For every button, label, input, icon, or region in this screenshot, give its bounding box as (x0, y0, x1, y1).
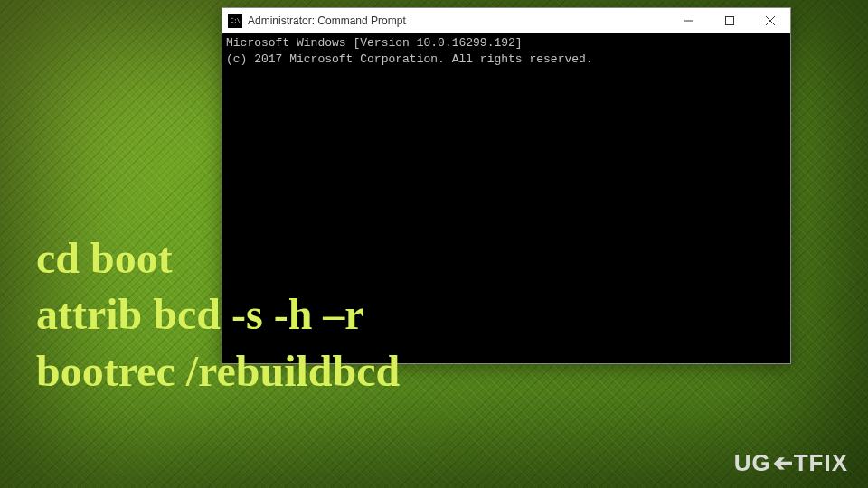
window-title: Administrator: Command Prompt (248, 14, 406, 27)
minimize-button[interactable] (668, 8, 709, 33)
watermark-logo: UG➔TFIX (734, 449, 848, 477)
watermark-part2: TFIX (794, 449, 848, 477)
overlay-command-3: bootrec /rebuildbcd (36, 343, 400, 399)
overlay-command-1: cd boot (36, 230, 400, 286)
console-line: Microsoft Windows [Version 10.0.16299.19… (226, 36, 523, 50)
maximize-button[interactable] (709, 8, 750, 33)
command-overlay: cd boot attrib bcd -s -h –r bootrec /reb… (36, 230, 400, 399)
watermark-part1: UG (734, 449, 771, 477)
cmd-icon: C:\ (228, 14, 242, 28)
close-button[interactable] (750, 8, 790, 33)
arrow-icon: ➔ (772, 449, 793, 477)
console-line: (c) 2017 Microsoft Corporation. All righ… (226, 52, 593, 66)
close-icon (766, 16, 775, 25)
overlay-command-2: attrib bcd -s -h –r (36, 286, 400, 343)
minimize-icon (684, 16, 693, 25)
maximize-icon (725, 16, 734, 25)
svg-rect-1 (725, 17, 733, 25)
title-bar[interactable]: C:\ Administrator: Command Prompt (222, 8, 790, 33)
